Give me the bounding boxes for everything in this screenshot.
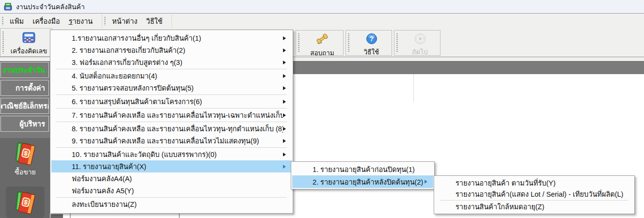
- menu-file[interactable]: แฟ้ม: [5, 14, 28, 28]
- inquiry-button[interactable]: สอบถาม: [301, 31, 343, 55]
- menu-separator: [56, 108, 287, 109]
- menu-item-age-after-close[interactable]: 2. รายงานอายุสินค้าหลังปิดต้นทุน(2): [292, 175, 433, 188]
- next-button-label: ถัดไป: [412, 47, 427, 57]
- app-window: งานประจำวันคลังสินค้า แฟ้ม เครื่องมือ รา…: [0, 0, 644, 218]
- content-divider: [413, 74, 414, 102]
- menubar-band-window: หน้าต่าง วิธีใช้: [102, 14, 172, 28]
- title-bar: งานประจำวันคลังสินค้า: [0, 0, 644, 14]
- menu-item-age-lot-serial[interactable]: รายงานอายุสินค้า(แสดง Lot / Serial) - เท…: [435, 188, 633, 200]
- gripper-icon[interactable]: [104, 17, 106, 25]
- product-age-submenu: 1. รายงานอายุสินค้าก่อนปิดทุน(1) 2. รายง…: [291, 161, 435, 189]
- menu-help[interactable]: วิธีใช้: [142, 14, 167, 28]
- submenu-arrow-icon: [283, 127, 286, 131]
- menu-item-stock-balance-no-cost[interactable]: 9. รายงานสินค้าคงเหลือ และรายงานเคลื่อนไ…: [51, 135, 292, 147]
- submenu-arrow-icon: [283, 100, 286, 104]
- menu-item-age-by-receive-date[interactable]: รายงานอายุสินค้า ตามวันที่รับ(Y): [435, 177, 633, 188]
- menu-item-register-report[interactable]: ลงทะเบียนรายงาน(Z): [51, 198, 292, 210]
- toolbar-band-inquiry: สอบถาม: [296, 30, 344, 56]
- menu-separator: [56, 122, 287, 122]
- menu-item-warehouse-form-a5[interactable]: ฟอร์มงานคลัง A5(Y): [51, 185, 292, 197]
- submenu-arrow-icon: [424, 180, 427, 184]
- submenu-arrow-icon: [283, 86, 286, 90]
- help-icon: ?: [366, 33, 377, 45]
- menu-separator: [56, 147, 287, 148]
- menu-tools[interactable]: เครื่องมือ: [28, 14, 64, 28]
- menubar-band-main: แฟ้ม เครื่องมือ รายงาน: [0, 14, 102, 28]
- menu-item-age-before-close[interactable]: 1. รายงานอายุสินค้าก่อนปิดทุน(1): [292, 163, 433, 175]
- books-dollar-icon: $: [14, 141, 36, 166]
- help-button[interactable]: ? วิธีใช้: [351, 31, 392, 55]
- menu-item-product-age[interactable]: 11. รายงานอายุสินค้า(X): [51, 160, 292, 172]
- app-icon: [4, 2, 12, 11]
- menu-separator: [440, 200, 628, 201]
- menu-window[interactable]: หน้าต่าง: [108, 14, 141, 28]
- next-button[interactable]: ถัดไป: [400, 31, 440, 55]
- phone-icon: [316, 33, 329, 46]
- sidebar-shortcut2[interactable]: $: [7, 190, 44, 215]
- gripper-icon[interactable]: [348, 33, 349, 52]
- menu-reports[interactable]: รายงาน: [64, 14, 97, 28]
- content-divider: [70, 214, 71, 218]
- submenu-arrow-icon: [283, 165, 286, 169]
- submenu-arrow-icon: [283, 139, 286, 143]
- menu-item-warehouse-form-a4[interactable]: ฟอร์มงานคลังA4(A): [51, 172, 292, 185]
- sidebar-tab-ecommerce[interactable]: พาณิชย์อิเล็กทรอ: [0, 98, 49, 114]
- gripper-icon[interactable]: [2, 31, 4, 53]
- menu-item-formula-forms[interactable]: 3. ฟอร์มเอกสารเกี่ยวกับสูตรต่าง ๆ(3): [51, 56, 292, 68]
- submenu-arrow-icon: [283, 113, 286, 117]
- sidebar-shortcut-label: ซื้อขาย: [15, 167, 36, 177]
- next-icon: [414, 33, 426, 45]
- calculator-button-label: เครื่องคิดเลข: [11, 46, 47, 56]
- gripper-icon[interactable]: [396, 33, 398, 52]
- submenu-arrow-icon: [283, 74, 286, 78]
- menu-item-report-docs-request[interactable]: 2. รายงานเอกสารขอเกี่ยวกับสินค้า(2): [51, 44, 292, 56]
- toolbar-band-help: ? วิธีใช้: [346, 30, 392, 56]
- menu-separator: [56, 69, 287, 69]
- calculator-button[interactable]: เครื่องคิดเลข: [6, 29, 52, 56]
- sidebar-tab-daily[interactable]: งานประจำวัน: [0, 62, 49, 78]
- sidebar-tab-executive[interactable]: ผู้บริหาร: [0, 116, 49, 132]
- menu-item-cost-summary-project[interactable]: 6. รายงานสรุปต้นทุนสินค้าตามโครงการ(6): [51, 95, 292, 108]
- toolbar-band-calculator: เครื่องคิดเลข: [0, 28, 52, 57]
- sidebar-lower-sliver: [50, 214, 63, 218]
- submenu-arrow-icon: [283, 153, 286, 156]
- gripper-icon[interactable]: [2, 17, 3, 25]
- toolbar-band-next: ถัดไป: [394, 30, 440, 56]
- svg-text:?: ?: [369, 35, 374, 43]
- gripper-icon[interactable]: [298, 33, 299, 52]
- sidebar-upper: งานประจำวัน การตั้งค่า พาณิชย์อิเล็กทรอ …: [0, 61, 50, 138]
- submenu-arrow-icon: [283, 36, 286, 40]
- sidebar-shortcut-trade[interactable]: $ ซื้อขาย: [7, 141, 44, 177]
- menu-item-after-cost-close-check[interactable]: 5. รายงานตรวจสอบหลังการปิดต้นทุน(5): [51, 82, 292, 94]
- menu-item-stock-count[interactable]: 4. นับสต็อกและยอดยกมา(4): [51, 70, 292, 82]
- inquiry-button-label: สอบถาม: [310, 47, 334, 58]
- help-button-label: วิธีใช้: [364, 47, 379, 57]
- calculator-icon: [22, 31, 35, 44]
- sidebar-lower: $ ซื้อขาย $: [0, 138, 50, 218]
- submenu-arrow-icon: [283, 48, 286, 52]
- menu-separator: [56, 197, 287, 198]
- menu-item-goods-materials-revenue[interactable]: 10. รายงานสินค้าและวัตถุดิบ (แบบสรรพากร)…: [51, 148, 292, 160]
- menu-item-stock-balance-specific-location[interactable]: 7. รายงานสินค้าคงเหลือ และรายงานเคลื่อนไ…: [51, 109, 292, 121]
- submenu-arrow-icon: [283, 61, 286, 64]
- menu-bar: แฟ้ม เครื่องมือ รายงาน หน้าต่าง วิธีใช้: [0, 14, 644, 28]
- content-divider: [179, 214, 180, 218]
- reports-dropdown-menu: 1.รายงานเอกสารงานอื่นๆ เกี่ยวกับสินค้า(1…: [50, 30, 293, 214]
- menu-item-report-docs-other[interactable]: 1.รายงานเอกสารงานอื่นๆ เกี่ยวกับสินค้า(1…: [51, 32, 292, 44]
- sidebar-tab-settings[interactable]: การตั้งค่า: [0, 80, 49, 96]
- window-title: งานประจำวันคลังสินค้า: [16, 1, 85, 12]
- menu-item-stock-balance-all-locations[interactable]: 8. รายงานสินค้าคงเหลือ และรายงานเคลื่อนไ…: [51, 123, 292, 135]
- age-after-close-submenu: รายงานอายุสินค้า ตามวันที่รับ(Y) รายงานอ…: [434, 175, 635, 214]
- menu-item-near-expiry[interactable]: รายงานสินค้าใกล้หมดอายุ(Z): [435, 201, 633, 212]
- menu-separator: [56, 94, 287, 95]
- books-dollar-icon: $: [14, 190, 36, 215]
